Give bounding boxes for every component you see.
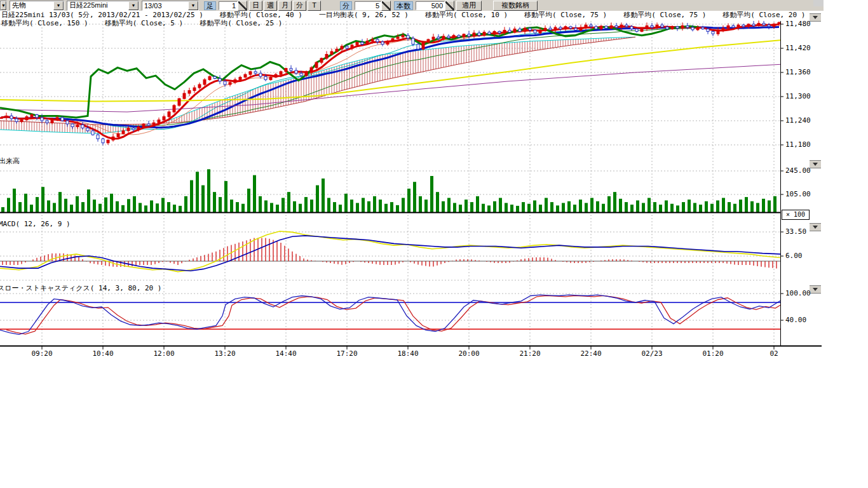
legend-item: 移動平均( Close, 20 )	[722, 11, 805, 19]
x-axis-time-label: 12:00	[153, 349, 174, 358]
window-corner	[813, 0, 824, 6]
x-axis-time-label: 20:00	[458, 349, 479, 358]
y-axis-tick-label: 40.00	[785, 316, 806, 324]
macd-panel-label: MACD( 12, 26, 9 )	[0, 220, 71, 228]
y-axis-tick-label: 105.00	[785, 190, 811, 198]
y-axis-tick-label: 11,300	[785, 92, 811, 100]
y-axis-tick-label: 11,240	[785, 116, 811, 125]
x-axis-time-label: 18:40	[397, 349, 418, 358]
legend-item: 移動平均( Close, 25 )	[200, 19, 282, 27]
volume-multiplier-badge: × 100	[782, 210, 810, 220]
x-axis-time-label: 02	[770, 349, 778, 358]
y-axis-tick-label: 33.50	[785, 227, 806, 236]
x-axis-time-label: 10:40	[92, 349, 113, 358]
x-axis-time-label: 17:20	[336, 349, 357, 358]
legend-item: 移動平均( Close, 75 )	[623, 11, 706, 19]
volume-panel-label: 出来高	[0, 156, 20, 166]
stochastics-panel-label: スロー・ストキャスティクス( 14, 3, 80, 20 )	[0, 283, 161, 293]
stoch-scale-dropdown-button[interactable]	[810, 285, 821, 294]
x-axis-time-label: 14:40	[275, 349, 296, 358]
macd-scale-dropdown-button[interactable]	[810, 223, 821, 231]
x-axis-time-label: 13:20	[214, 349, 235, 358]
legend-item: 移動平均( Close, 75 )	[524, 11, 607, 19]
x-axis-time-label: 01:20	[702, 349, 723, 358]
x-axis-time-label: 22:40	[580, 349, 601, 358]
y-axis-tick-label: 100.00	[785, 289, 811, 297]
y-axis-tick-label: 11,180	[785, 140, 811, 149]
legend-item: 移動平均( Close, 10 )	[425, 11, 508, 19]
y-axis-tick-label: 11,360	[785, 68, 811, 76]
chart-canvas	[0, 0, 824, 363]
volume-scale-dropdown-button[interactable]	[810, 160, 821, 168]
x-axis-time-label: 21:20	[519, 349, 540, 358]
x-axis-time-label: 09:20	[31, 349, 52, 358]
legend-item: 一目均衡表( 9, 26, 52 )	[319, 11, 409, 19]
y-axis-tick-label: 6.00	[785, 252, 803, 260]
y-axis-tick-label: 11,420	[785, 44, 811, 52]
chart-application-window: ▼ 先物 ▼ 日経225mini ▼ 13/03 ▼ 足 1 日週月分T 分 5…	[0, 0, 868, 488]
legend-row-2: 移動平均( Close, 150 )移動平均( Close, 5 )移動平均( …	[1, 18, 299, 28]
y-axis-tick-label: 245.00	[785, 166, 811, 175]
x-axis-time-label: 02/23	[641, 349, 662, 358]
y-axis-tick-label: 11,480	[785, 20, 811, 28]
legend-item: 移動平均( Close, 150 )	[1, 19, 88, 27]
price-scale-dropdown-button[interactable]	[810, 13, 821, 22]
legend-item: 移動平均( Close, 5 )	[105, 19, 183, 27]
